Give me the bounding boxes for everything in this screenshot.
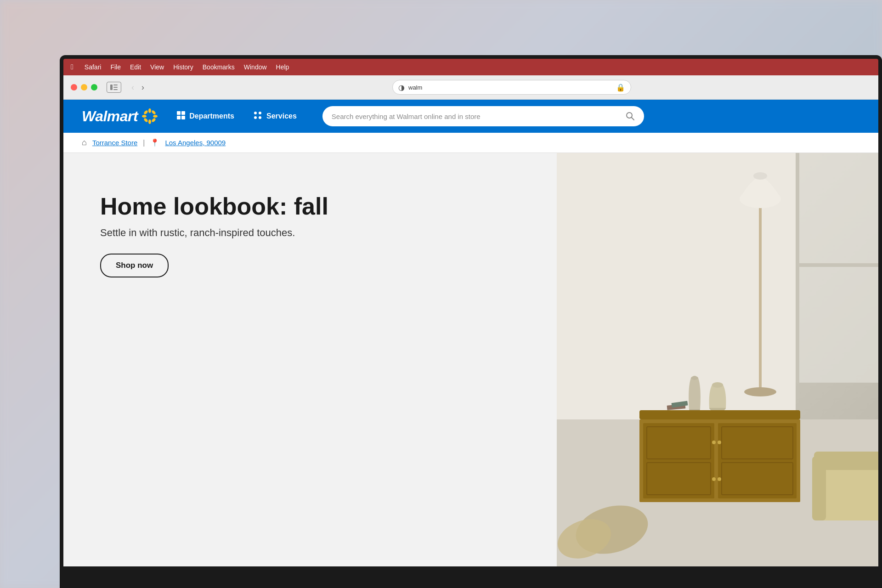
svg-rect-40 (647, 427, 711, 459)
traffic-lights (71, 84, 97, 90)
search-icon (626, 112, 635, 121)
svg-point-31 (753, 172, 767, 180)
close-button[interactable] (71, 84, 77, 90)
browser-toolbar: ‹ › ◑ walm 🔒 (63, 75, 878, 99)
address-bar-area: ◑ walm 🔒 (153, 80, 871, 95)
menu-edit[interactable]: Edit (130, 63, 141, 71)
svg-point-33 (712, 382, 723, 388)
svg-point-47 (718, 477, 721, 481)
svg-rect-36 (639, 410, 800, 419)
svg-rect-2 (113, 87, 118, 88)
svg-point-7 (153, 115, 158, 118)
menu-view[interactable]: View (150, 63, 164, 71)
svg-point-11 (143, 118, 148, 123)
svg-point-8 (143, 110, 148, 115)
back-button[interactable]: ‹ (129, 81, 137, 94)
svg-rect-0 (110, 85, 113, 90)
browser-chrome: ‹ › ◑ walm 🔒 (63, 75, 878, 100)
menu-help[interactable]: Help (276, 63, 289, 71)
location-bar: ⌂ Torrance Store | 📍 Los Angeles, 90009 (63, 133, 878, 153)
location-separator: | (143, 139, 145, 147)
svg-rect-43 (722, 463, 793, 495)
svg-point-35 (691, 376, 698, 380)
svg-point-18 (254, 116, 257, 119)
walmart-logo[interactable]: Walmart (82, 108, 158, 125)
services-icon (253, 110, 263, 123)
svg-rect-23 (796, 153, 799, 383)
svg-rect-41 (647, 463, 711, 495)
forward-button[interactable]: › (139, 81, 147, 94)
hero-furniture-illustration (557, 153, 878, 566)
store-link[interactable]: Torrance Store (92, 139, 137, 147)
svg-rect-12 (177, 111, 181, 115)
svg-point-44 (712, 441, 716, 444)
url-text: walm (408, 84, 422, 91)
apple-logo-icon:  (71, 63, 74, 71)
lock-icon: 🔒 (616, 83, 625, 92)
main-content: Home lookbook: fall Settle in with rusti… (63, 153, 878, 566)
pin-icon: 📍 (150, 138, 159, 147)
svg-point-4 (148, 108, 151, 113)
svg-rect-15 (181, 116, 185, 119)
menu-history[interactable]: History (173, 63, 193, 71)
hero-image (557, 153, 878, 566)
maximize-button[interactable] (91, 84, 97, 90)
menu-file[interactable]: File (110, 63, 121, 71)
address-bar[interactable]: ◑ walm 🔒 (392, 80, 631, 95)
svg-line-21 (632, 118, 634, 120)
search-placeholder: Search everything at Walmart online and … (332, 113, 620, 120)
shop-now-button[interactable]: Shop now (100, 254, 169, 277)
macos-menubar:  Safari File Edit View History Bookmark… (63, 59, 878, 75)
hero-title: Home lookbook: fall (100, 193, 328, 220)
sidebar-toggle-button[interactable] (107, 82, 121, 93)
svg-rect-1 (113, 85, 118, 85)
svg-point-29 (744, 387, 776, 396)
walmart-logo-text: Walmart (82, 108, 138, 125)
svg-point-5 (148, 119, 151, 124)
services-label: Services (266, 112, 297, 120)
store-icon: ⌂ (82, 138, 87, 147)
svg-point-45 (718, 441, 721, 444)
departments-label: Departments (189, 112, 234, 120)
walmart-header: Walmart (63, 100, 878, 133)
laptop-frame:  Safari File Edit View History Bookmark… (60, 55, 882, 588)
hero-text-area: Home lookbook: fall Settle in with rusti… (63, 175, 365, 296)
walmart-spark-icon (141, 108, 158, 124)
reader-mode-icon: ◑ (398, 83, 405, 92)
menu-safari[interactable]: Safari (85, 63, 102, 71)
svg-rect-22 (796, 153, 878, 383)
svg-point-6 (142, 115, 147, 118)
hero-subtitle: Settle in with rustic, ranch-inspired to… (100, 227, 328, 239)
svg-rect-3 (113, 89, 118, 90)
svg-rect-50 (812, 456, 826, 520)
minimize-button[interactable] (81, 84, 87, 90)
menu-bookmarks[interactable]: Bookmarks (203, 63, 235, 71)
departments-nav[interactable]: Departments (176, 111, 234, 122)
svg-point-17 (259, 112, 261, 114)
svg-rect-13 (181, 111, 185, 115)
svg-rect-42 (722, 427, 793, 459)
search-bar[interactable]: Search everything at Walmart online and … (322, 106, 644, 126)
svg-rect-14 (177, 116, 181, 119)
svg-rect-25 (796, 263, 878, 267)
nav-buttons: ‹ › (129, 81, 147, 94)
svg-point-16 (254, 112, 257, 114)
svg-point-10 (151, 110, 156, 115)
svg-point-46 (712, 477, 716, 481)
departments-icon (176, 111, 186, 122)
svg-point-19 (259, 116, 261, 119)
city-link[interactable]: Los Angeles, 90009 (165, 139, 226, 147)
svg-rect-28 (759, 199, 762, 392)
svg-point-9 (151, 118, 156, 123)
menu-window[interactable]: Window (244, 63, 267, 71)
svg-point-20 (627, 113, 632, 118)
services-nav[interactable]: Services (253, 110, 297, 123)
